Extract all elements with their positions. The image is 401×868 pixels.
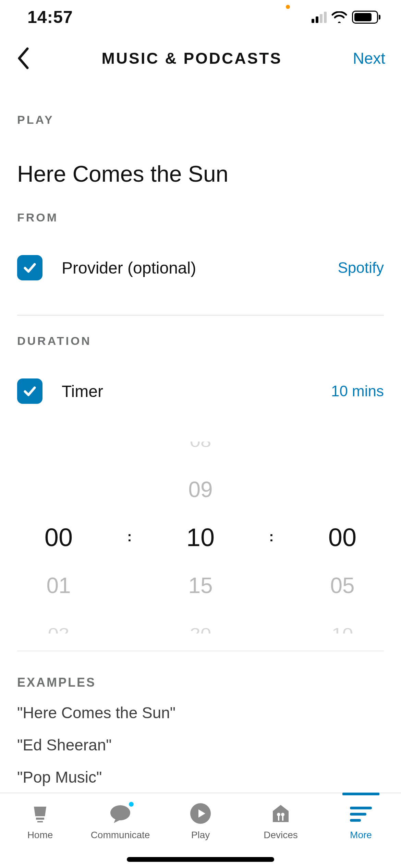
status-right-cluster <box>312 11 380 24</box>
tab-home-label: Home <box>27 830 53 841</box>
check-icon <box>22 384 37 399</box>
privacy-dot-icon <box>286 5 290 9</box>
svg-rect-0 <box>36 818 44 820</box>
picker-minutes-column[interactable]: 08 09 10 15 20 <box>165 442 236 634</box>
picker-hours-next2: 02 <box>48 614 69 634</box>
timer-label: Timer <box>62 382 331 401</box>
home-icon <box>30 802 50 825</box>
status-bar: 14:57 <box>0 0 401 34</box>
home-indicator[interactable] <box>127 857 274 862</box>
picker-seconds-column[interactable]: 00 05 10 <box>306 442 378 634</box>
chevron-left-icon <box>16 46 31 71</box>
timer-value: 10 mins <box>331 383 384 400</box>
tab-home[interactable]: Home <box>0 793 80 868</box>
devices-icon <box>270 802 291 825</box>
picker-minutes-next: 15 <box>188 562 212 610</box>
svg-rect-10 <box>350 819 361 822</box>
picker-minutes-next2: 20 <box>190 614 211 634</box>
picker-minutes-prev: 09 <box>188 466 212 514</box>
example-item: "Here Comes the Sun" <box>17 703 384 722</box>
tab-more-label: More <box>350 830 372 841</box>
battery-icon <box>352 11 380 24</box>
status-time: 14:57 <box>27 7 73 27</box>
cellular-signal-icon <box>312 11 327 23</box>
tab-bar: Home Communicate Play <box>0 793 401 868</box>
tab-more[interactable]: More <box>321 793 401 868</box>
tab-play-label: Play <box>191 830 210 841</box>
svg-rect-7 <box>282 816 283 821</box>
divider <box>17 651 384 651</box>
picker-hours-next: 01 <box>46 562 71 610</box>
tab-communicate-label: Communicate <box>91 830 150 841</box>
play-circle-icon <box>190 802 211 825</box>
picker-colon: : <box>269 529 274 546</box>
tab-devices-label: Devices <box>264 830 298 841</box>
song-title-input[interactable]: Here Comes the Sun <box>17 161 384 187</box>
next-button[interactable]: Next <box>353 49 385 68</box>
provider-value[interactable]: Spotify <box>338 259 384 276</box>
svg-point-2 <box>110 805 130 820</box>
provider-row[interactable]: Provider (optional) Spotify <box>17 255 384 280</box>
timer-row[interactable]: Timer 10 mins <box>17 378 384 404</box>
divider <box>17 315 384 316</box>
picker-minutes-prev2: 08 <box>190 442 211 461</box>
picker-minutes-selected: 10 <box>186 514 215 562</box>
picker-hours-column[interactable]: 00 01 02 <box>23 442 95 634</box>
example-item: "Pop Music" <box>17 768 384 786</box>
wifi-icon <box>331 11 347 23</box>
menu-icon <box>349 802 373 825</box>
picker-seconds-next2: 10 <box>332 614 353 634</box>
examples-section-label: EXAMPLES <box>17 675 384 690</box>
picker-seconds-selected: 00 <box>328 514 356 562</box>
picker-colon: : <box>127 529 132 546</box>
provider-checkbox[interactable] <box>17 255 42 280</box>
duration-section-label: DURATION <box>17 334 384 348</box>
play-section-label: PLAY <box>17 113 384 126</box>
page-title: MUSIC & PODCASTS <box>101 49 282 68</box>
time-picker[interactable]: 00 01 02 : 08 09 10 15 20 : 00 05 <box>17 442 384 634</box>
svg-rect-1 <box>37 821 43 822</box>
svg-point-5 <box>281 813 284 816</box>
check-icon <box>22 260 37 275</box>
example-item: "Ed Sheeran" <box>17 736 384 754</box>
svg-rect-6 <box>278 816 279 821</box>
svg-rect-9 <box>350 813 366 816</box>
from-section-label: FROM <box>17 211 384 224</box>
timer-checkbox[interactable] <box>17 378 42 404</box>
active-tab-indicator <box>342 793 379 795</box>
nav-header: MUSIC & PODCASTS Next <box>0 34 401 82</box>
provider-label: Provider (optional) <box>62 258 338 277</box>
back-button[interactable] <box>16 46 31 71</box>
svg-rect-8 <box>350 807 372 809</box>
svg-point-4 <box>277 813 280 816</box>
picker-seconds-next: 05 <box>330 562 354 610</box>
picker-hours-selected: 00 <box>45 514 73 562</box>
notification-dot-icon <box>128 801 135 808</box>
